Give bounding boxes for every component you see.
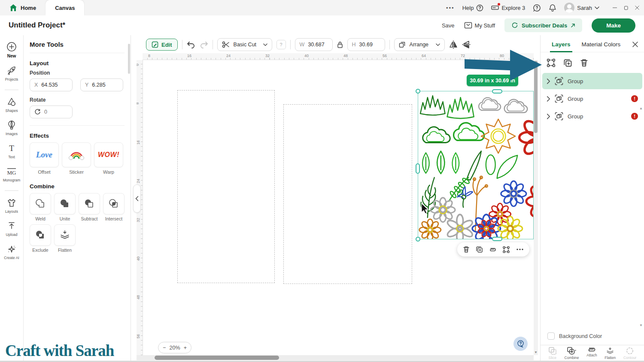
sidebar-item-shapes[interactable]: Shapes bbox=[0, 97, 23, 113]
tshirt-icon bbox=[6, 198, 17, 208]
ungroup-button[interactable] bbox=[502, 246, 510, 253]
cricut-logo-icon bbox=[511, 22, 518, 29]
height-input[interactable]: H 30.69 bbox=[347, 38, 385, 51]
background-color-checkbox[interactable] bbox=[547, 332, 555, 340]
make-button[interactable]: Make bbox=[592, 18, 635, 33]
expand-chevron-icon[interactable] bbox=[547, 96, 550, 102]
layer-row-group-2[interactable]: Group ! bbox=[542, 90, 642, 107]
canvas-vertical-scrollbar[interactable]: ▼ bbox=[534, 60, 538, 355]
sidebar-item-projects[interactable]: Projects bbox=[0, 66, 23, 81]
selection-handle-bottom-mid[interactable] bbox=[492, 237, 502, 241]
tools-scrollbar[interactable] bbox=[128, 44, 130, 74]
layer-row-group-1[interactable]: Group ! bbox=[542, 73, 642, 89]
background-color-row: Background Color bbox=[541, 332, 644, 340]
titlebar: Home Canvas ••• Help Explore 3 Sarah bbox=[0, 0, 644, 15]
my-stuff-button[interactable]: My Stuff bbox=[464, 22, 495, 29]
lock-aspect-icon[interactable] bbox=[337, 41, 343, 48]
tab-material-colors[interactable]: Material Colors bbox=[582, 41, 621, 48]
feedback-icon[interactable] bbox=[533, 4, 541, 12]
panel-scroll-up-arrow[interactable]: ▲ bbox=[639, 106, 643, 110]
position-x-input[interactable]: X 64.535 bbox=[30, 78, 73, 91]
arrange-value: Arrange bbox=[410, 42, 428, 48]
combine-unite-button[interactable]: Unite bbox=[54, 193, 76, 221]
combine-subtract-button[interactable]: Subtract bbox=[79, 193, 100, 221]
window-maximize-button[interactable] bbox=[623, 5, 629, 10]
help-menu[interactable]: Help bbox=[462, 4, 484, 12]
sidebar-item-create-ai[interactable]: Create AI bbox=[0, 244, 23, 260]
duplicate-layer-button[interactable] bbox=[563, 58, 572, 67]
width-input[interactable]: W 30.687 bbox=[295, 38, 333, 51]
panel-scroll-down-arrow[interactable]: ▼ bbox=[639, 323, 643, 327]
selection-handle-left-mid[interactable] bbox=[416, 163, 420, 174]
shapes-icon bbox=[6, 97, 17, 107]
subscriber-deals-label: Subscriber Deals bbox=[522, 22, 567, 29]
attach-button-panel[interactable]: Attach bbox=[586, 347, 597, 357]
window-minimize-button[interactable] bbox=[612, 5, 617, 10]
flip-horizontal-button[interactable] bbox=[449, 40, 458, 49]
sidebar-item-images[interactable]: Images bbox=[0, 120, 23, 136]
arrange-icon bbox=[399, 41, 406, 48]
sparkle-icon bbox=[6, 244, 17, 254]
help-bubble-button[interactable] bbox=[513, 337, 528, 351]
redo-button[interactable] bbox=[200, 41, 208, 48]
effect-sticker-button[interactable]: Sticker bbox=[62, 142, 91, 175]
undo-button[interactable] bbox=[187, 41, 195, 48]
duplicate-button[interactable] bbox=[476, 246, 483, 253]
explore-menu[interactable]: Explore 3 bbox=[491, 4, 525, 11]
zoom-in-button[interactable]: + bbox=[184, 345, 187, 351]
effect-offset-button[interactable]: Love Offset bbox=[30, 142, 59, 175]
mouse-cursor bbox=[421, 203, 429, 215]
mat-page-1[interactable] bbox=[177, 90, 275, 283]
more-options-button[interactable] bbox=[516, 248, 524, 250]
delete-layer-button[interactable] bbox=[580, 58, 588, 67]
combine-button[interactable]: Combine bbox=[565, 347, 579, 360]
selection-handle-top-left[interactable] bbox=[416, 89, 420, 94]
garden-shapes-group[interactable] bbox=[418, 91, 533, 239]
rotate-input[interactable]: 0 bbox=[30, 106, 73, 118]
tab-canvas[interactable]: Canvas bbox=[46, 0, 84, 15]
edit-button[interactable]: Edit bbox=[146, 39, 178, 51]
combine-intersect-button[interactable]: Intersect bbox=[103, 193, 125, 221]
combine-flatten-button[interactable]: Flatten bbox=[54, 224, 76, 253]
edit-toolbar: Edit Basic Cut ? W 30.687 H 30.69 Arrang… bbox=[146, 38, 471, 51]
layer-row-group-3[interactable]: Group ! bbox=[542, 108, 642, 124]
tab-home-label: Home bbox=[21, 5, 36, 11]
sidebar-item-monogram[interactable]: MG Monogram bbox=[0, 166, 23, 182]
ungroup-layers-button[interactable] bbox=[547, 58, 556, 67]
position-y-input[interactable]: Y 6.285 bbox=[80, 78, 123, 91]
window-close-button[interactable] bbox=[635, 5, 640, 10]
save-button[interactable]: Save bbox=[442, 22, 455, 29]
expand-chevron-icon[interactable] bbox=[547, 78, 550, 84]
delete-button[interactable] bbox=[463, 246, 470, 253]
close-panel-button[interactable] bbox=[632, 42, 638, 47]
subscriber-deals-button[interactable]: Subscriber Deals bbox=[504, 18, 582, 32]
linetype-select[interactable]: Basic Cut bbox=[217, 38, 272, 51]
zoom-out-button[interactable]: − bbox=[163, 345, 166, 351]
tab-layers[interactable]: Layers bbox=[552, 41, 571, 48]
selection-handle-bottom-left[interactable] bbox=[416, 237, 420, 241]
flip-vertical-button[interactable] bbox=[462, 40, 471, 49]
panel-collapse-handle[interactable] bbox=[133, 184, 141, 213]
selection-handle-top-mid[interactable] bbox=[492, 89, 502, 94]
notifications-bell-icon[interactable] bbox=[549, 4, 556, 12]
mat-page-2[interactable] bbox=[283, 104, 412, 284]
tab-home[interactable]: Home bbox=[0, 0, 46, 15]
overflow-menu-button[interactable]: ••• bbox=[446, 5, 455, 11]
sidebar-item-upload[interactable]: Upload bbox=[0, 221, 23, 237]
user-menu[interactable]: Sarah bbox=[564, 3, 599, 13]
combine-exclude-button[interactable]: Exclude bbox=[30, 224, 51, 253]
selection-bounding-box[interactable] bbox=[418, 91, 534, 239]
slice-icon bbox=[548, 347, 557, 355]
effect-warp-button[interactable]: WOW! Warp bbox=[94, 142, 123, 175]
sidebar-item-layouts[interactable]: Layouts bbox=[0, 198, 23, 214]
sidebar-item-text[interactable]: T Text bbox=[0, 143, 23, 159]
combine-weld-button[interactable]: Weld bbox=[30, 193, 51, 221]
expand-chevron-icon[interactable] bbox=[547, 114, 550, 119]
flatten-button-panel[interactable]: Flatten bbox=[605, 347, 616, 360]
arrange-select[interactable]: Arrange bbox=[394, 38, 445, 51]
scroll-down-arrow[interactable]: ▼ bbox=[534, 350, 538, 354]
linetype-help-button[interactable]: ? bbox=[276, 40, 286, 49]
sidebar-item-new[interactable]: New bbox=[0, 41, 23, 58]
attach-button[interactable] bbox=[489, 247, 497, 252]
canvas-horizontal-scrollbar[interactable] bbox=[137, 355, 534, 360]
